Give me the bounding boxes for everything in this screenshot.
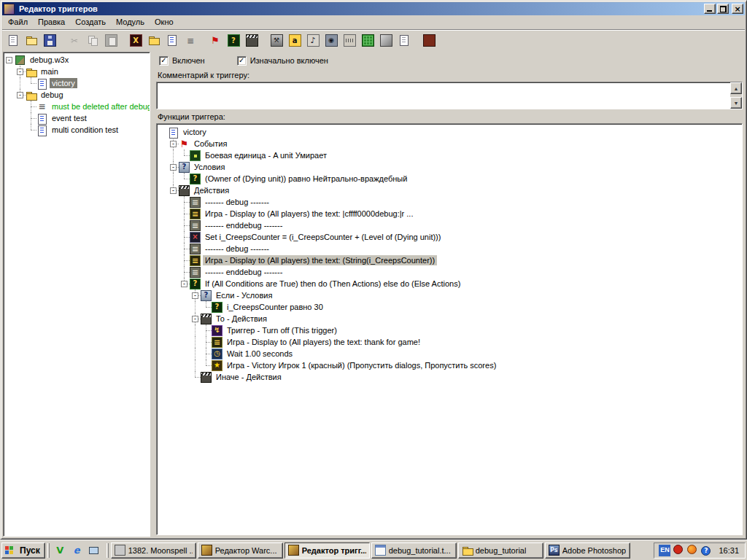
function-tree-item[interactable]: ≡Игра - Display to (All players) the tex… <box>157 208 742 219</box>
tray-help-icon[interactable]: ? <box>701 545 713 556</box>
quick-launch-app-button[interactable]: V <box>54 543 69 558</box>
quick-launch-ie-button[interactable]: e <box>71 543 85 558</box>
function-tree-item[interactable]: -Действия <box>157 184 742 196</box>
trigger-tree-item[interactable]: ≡must be deleted after debug <box>4 101 150 112</box>
import-manager-button[interactable] <box>341 32 358 50</box>
new-category-button[interactable] <box>145 32 163 50</box>
new-trigger-button[interactable] <box>163 32 181 50</box>
trigger-tree-panel[interactable]: -debug.w3x-mainvictory-debug≡must be del… <box>3 52 150 537</box>
scroll-down-button[interactable]: ▼ <box>730 97 742 109</box>
function-tree-item[interactable]: ≡------- debug ------- <box>157 196 742 208</box>
expand-toggle[interactable]: - <box>170 164 177 171</box>
sound-editor-button[interactable]: ♪ <box>304 32 322 50</box>
close-button[interactable]: × <box>732 4 743 14</box>
script-editor-button[interactable] <box>395 32 413 50</box>
function-tree-item-label: Игра - Display to (All players) the text… <box>225 337 422 347</box>
variables-button[interactable]: X <box>127 32 144 50</box>
function-tree-item[interactable]: -То - Действия <box>157 313 742 324</box>
task-debug-tutorial-txt[interactable]: debug_tutorial.t... <box>371 542 457 559</box>
function-tree-item[interactable]: victory <box>157 126 742 138</box>
enabled-checkbox[interactable]: ✓ <box>159 56 169 66</box>
menu-module[interactable]: Модуль <box>111 16 150 28</box>
strings-button[interactable]: a <box>286 32 303 50</box>
trigger-tree-item[interactable]: -debug <box>4 89 150 101</box>
save-map-button[interactable] <box>41 32 58 50</box>
trigger-tree-item[interactable]: victory <box>4 77 150 89</box>
enabled-checkbox-group[interactable]: ✓ Включен <box>159 56 205 66</box>
function-tree-item[interactable]: ≡------- enddebug ------- <box>157 266 742 278</box>
trigger-tree-item[interactable]: multi condition test <box>4 124 150 136</box>
functions-tree-panel[interactable]: victory-⚑СобытияБоевая единица - A unit … <box>156 123 743 535</box>
function-tree-item[interactable]: -?Условия <box>157 161 742 173</box>
camera-editor-button[interactable]: ◉ <box>322 32 340 50</box>
new-condition-button[interactable]: ? <box>225 32 242 50</box>
tray-agent-icon[interactable] <box>687 545 699 556</box>
task-photoshop[interactable]: PsAdobe Photoshop <box>545 542 630 559</box>
start-button[interactable]: Пуск <box>1 542 45 559</box>
expand-toggle[interactable]: - <box>192 292 198 299</box>
expand-toggle[interactable]: - <box>170 141 177 147</box>
title-bar[interactable]: Редактор триггеров × <box>2 2 745 15</box>
task-moonspell[interactable]: 1382. Moonspell ... <box>111 542 196 559</box>
minimize-button[interactable] <box>704 4 716 14</box>
task-world-editor[interactable]: Редактор Warc... <box>198 542 283 559</box>
function-tree-item[interactable]: ≡------- debug ------- <box>157 243 742 254</box>
expand-toggle[interactable]: - <box>6 57 12 63</box>
function-tree-item[interactable]: ≡Игра - Display to (All players) the tex… <box>157 336 742 348</box>
function-tree-item[interactable]: ★Игра - Victory Игрок 1 (красный) (Пропу… <box>157 359 742 371</box>
trigger-tree-item[interactable]: -main <box>4 66 150 77</box>
tree-guide <box>168 254 179 266</box>
taskbar-grip[interactable] <box>47 543 50 558</box>
initially-on-checkbox[interactable]: ✓ <box>237 56 247 66</box>
restore-button[interactable] <box>717 4 729 14</box>
language-indicator[interactable]: EN <box>659 545 670 556</box>
expand-toggle[interactable]: - <box>192 316 198 322</box>
toolbar-separator <box>120 32 127 50</box>
test-map-button[interactable] <box>420 32 438 50</box>
function-tree-item[interactable]: ?(Owner of (Dying unit)) равно Нейтральн… <box>157 173 742 184</box>
tray-antivirus-icon[interactable] <box>673 545 685 556</box>
show-desktop-icon <box>88 545 99 556</box>
new-map-button[interactable] <box>4 32 22 50</box>
quick-launch-desktop-button[interactable] <box>88 543 102 558</box>
expand-toggle[interactable]: - <box>170 187 177 194</box>
taskbar-grip-2[interactable] <box>107 543 109 558</box>
scroll-up-button[interactable]: ▲ <box>730 82 742 94</box>
function-tree-item[interactable]: Иначе - Действия <box>157 371 742 383</box>
object-manager-button[interactable] <box>377 32 395 50</box>
menu-window[interactable]: Окно <box>150 16 179 28</box>
open-map-button[interactable] <box>23 32 40 50</box>
expand-toggle[interactable]: - <box>17 69 23 75</box>
menu-file[interactable]: Файл <box>3 16 33 28</box>
function-tree-item[interactable]: -⚑События <box>157 138 742 149</box>
task-debug-tutorial-folder[interactable]: debug_tutorial <box>458 542 543 559</box>
trigger-tree-item[interactable]: event test <box>4 112 150 124</box>
new-action-button[interactable] <box>243 32 260 50</box>
comment-input[interactable] <box>157 82 730 109</box>
paste-button[interactable] <box>102 32 120 50</box>
function-tree-item[interactable]: ×Set i_CreepsCounter = (i_CreepsCounter … <box>157 231 742 243</box>
comment-scrollbar[interactable]: ▲ ▼ <box>730 82 742 109</box>
new-event-button[interactable]: ⚑ <box>206 32 224 50</box>
terrain-editor-button[interactable] <box>359 32 376 50</box>
expand-toggle[interactable]: - <box>181 281 187 287</box>
copy-button[interactable] <box>84 32 101 50</box>
task-trigger-editor[interactable]: Редактор тригг... <box>285 542 370 559</box>
new-comment-button[interactable]: ≡ <box>182 32 199 50</box>
function-tree-item[interactable]: Боевая единица - A unit Умирает <box>157 149 742 161</box>
object-editor-button[interactable]: ⚒ <box>268 32 285 50</box>
trigger-tree-item[interactable]: -debug.w3x <box>4 54 150 66</box>
function-tree-item[interactable]: ?i_CreepsCounter равно 30 <box>157 301 742 313</box>
function-tree-item[interactable]: -?If (All Conditions are True) then do (… <box>157 278 742 289</box>
comment-box: ▲ ▼ <box>156 82 743 109</box>
function-tree-item[interactable]: ≡------- enddebug ------- <box>157 219 742 231</box>
expand-toggle[interactable]: - <box>17 92 23 98</box>
function-tree-item[interactable]: ◷Wait 1.00 seconds <box>157 348 742 359</box>
initially-on-checkbox-group[interactable]: ✓ Изначально включен <box>237 56 328 66</box>
function-tree-item[interactable]: ↯Триггер - Turn off (This trigger) <box>157 324 742 336</box>
cut-button[interactable]: ✂ <box>66 32 83 50</box>
function-tree-item[interactable]: -?Если - Условия <box>157 289 742 301</box>
menu-edit[interactable]: Правка <box>33 16 70 28</box>
function-tree-item[interactable]: ≡Игра - Display to (All players) the tex… <box>157 254 742 266</box>
menu-create[interactable]: Создать <box>70 16 111 28</box>
